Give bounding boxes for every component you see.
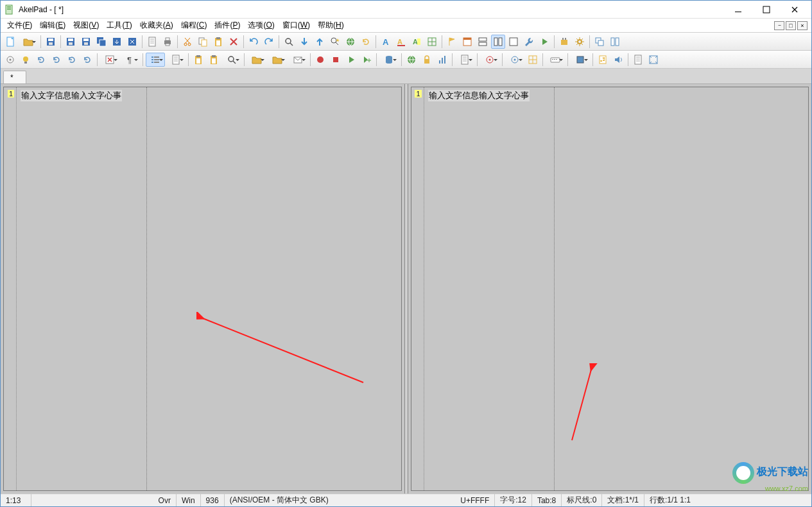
chart-icon[interactable] — [435, 53, 449, 67]
mdi-minimize-button[interactable]: － — [774, 21, 784, 30]
mdi-close-button[interactable]: × — [797, 21, 808, 30]
text-area-right[interactable]: 输入文字信息输入文字心事 — [424, 87, 809, 490]
font-icon[interactable]: A — [379, 35, 393, 49]
find-up-icon[interactable] — [313, 35, 327, 49]
close-button[interactable] — [781, 3, 809, 17]
status-eol[interactable]: Win — [177, 494, 201, 506]
status-codepage[interactable]: 936 — [201, 494, 225, 506]
play-plus-icon[interactable] — [359, 53, 374, 67]
text-area-left[interactable]: 输入文字信息输入文字心事 — [17, 87, 401, 490]
doc-icon[interactable] — [166, 53, 186, 67]
menu-item[interactable]: 窗口(W) — [279, 19, 314, 32]
folder2-icon[interactable] — [247, 53, 266, 67]
find-replace-icon[interactable] — [328, 35, 342, 49]
save-icon[interactable] — [44, 35, 58, 49]
status-tab[interactable]: Tab:8 — [532, 494, 562, 506]
document-tab[interactable]: * — [3, 71, 26, 83]
menu-item[interactable]: 文件(F) — [3, 19, 36, 32]
expand-icon[interactable] — [646, 53, 661, 67]
page2-icon[interactable] — [455, 53, 474, 67]
lock-icon[interactable] — [420, 53, 434, 67]
status-font[interactable]: 字号:12 — [495, 494, 532, 506]
refresh-icon[interactable] — [359, 35, 373, 49]
menu-item[interactable]: 插件(P) — [211, 19, 244, 32]
minimize-button[interactable] — [724, 3, 752, 17]
tile-icon[interactable] — [608, 35, 622, 49]
split-v-icon[interactable] — [491, 35, 505, 49]
close-x-icon[interactable] — [100, 53, 119, 67]
new-file-icon[interactable] — [3, 35, 17, 49]
wrench-icon[interactable] — [522, 35, 536, 49]
record-icon[interactable] — [313, 53, 327, 67]
print-preview-icon[interactable] — [145, 35, 159, 49]
menu-item[interactable]: 编程(C) — [177, 19, 211, 32]
editor-pane-right[interactable]: 1 输入文字信息输入文字心事 — [411, 87, 809, 491]
bookmark-icon[interactable] — [445, 35, 459, 49]
paste-icon[interactable] — [211, 35, 225, 49]
mdi-restore-button[interactable]: □ — [786, 21, 796, 30]
svg-rect-68 — [151, 56, 153, 58]
find-down-icon[interactable] — [297, 35, 311, 49]
maximize-button[interactable] — [752, 3, 781, 17]
highlight-icon[interactable]: A — [410, 35, 424, 49]
menu-item[interactable]: 视图(V) — [69, 19, 103, 32]
clipboard-icon[interactable] — [191, 53, 205, 67]
find-icon[interactable] — [282, 35, 296, 49]
status-ruler[interactable]: 标尺线:0 — [562, 494, 602, 506]
redo-icon[interactable] — [262, 35, 276, 49]
settings-icon[interactable] — [573, 35, 587, 49]
sound-icon[interactable] — [611, 53, 625, 67]
cascade-icon[interactable] — [592, 35, 607, 49]
menu-item[interactable]: 编辑(E) — [36, 19, 69, 32]
copy-icon[interactable] — [196, 35, 210, 49]
tool-bulb-icon[interactable] — [19, 53, 33, 67]
save-copy-icon[interactable] — [64, 35, 78, 49]
tool-ref1-icon[interactable] — [34, 53, 48, 67]
single-icon[interactable] — [506, 35, 521, 49]
pilcrow-icon[interactable]: ¶ — [121, 53, 140, 67]
menu-item[interactable]: 帮助(H) — [314, 19, 348, 32]
tool-m1-icon[interactable] — [480, 53, 499, 67]
tool-ref4-icon[interactable] — [80, 53, 94, 67]
editor-pane-left[interactable]: 1 输入文字信息输入文字心事 — [3, 87, 402, 491]
cut-icon[interactable] — [180, 35, 194, 49]
box-icon[interactable] — [571, 53, 590, 67]
tool-m3-icon[interactable] — [526, 53, 540, 67]
status-encoding[interactable]: (ANSI/OEM - 简体中文 GBK) — [225, 494, 334, 506]
tool-m2-icon[interactable] — [505, 53, 524, 67]
find-files-icon[interactable] — [343, 35, 358, 49]
page3-icon[interactable] — [631, 53, 645, 67]
list-icon[interactable] — [146, 53, 165, 67]
folder3-icon[interactable] — [268, 53, 287, 67]
save-times-icon[interactable] — [125, 35, 139, 49]
grid-icon[interactable] — [425, 35, 439, 49]
tool-ref3-icon[interactable] — [65, 53, 79, 67]
save-all-icon[interactable] — [94, 35, 108, 49]
world-icon[interactable] — [404, 53, 419, 67]
zoom-icon[interactable] — [222, 53, 241, 67]
play2-icon[interactable] — [344, 53, 358, 67]
status-ovr[interactable]: Ovr — [153, 494, 177, 506]
db-icon[interactable] — [379, 53, 399, 67]
open-file-icon[interactable] — [19, 35, 38, 49]
print-icon[interactable] — [160, 35, 175, 49]
tool-ref2-icon[interactable] — [49, 53, 64, 67]
stop-icon[interactable] — [329, 53, 343, 67]
window-icon[interactable] — [460, 35, 474, 49]
delete-icon[interactable] — [227, 35, 241, 49]
save-as-icon[interactable] — [79, 35, 93, 49]
note-icon[interactable] — [596, 53, 610, 67]
font-color-icon[interactable]: A — [394, 35, 408, 49]
menu-item[interactable]: 选项(O) — [244, 19, 278, 32]
save-arrow-icon[interactable] — [110, 35, 124, 49]
plugin-icon[interactable] — [557, 35, 571, 49]
mail-icon[interactable] — [288, 53, 307, 67]
split-h-icon[interactable] — [476, 35, 490, 49]
kbd-icon[interactable] — [546, 53, 565, 67]
undo-icon[interactable] — [246, 35, 261, 49]
play-icon[interactable] — [537, 35, 551, 49]
tool-a-icon[interactable] — [3, 53, 17, 67]
clipboard2-icon[interactable] — [207, 53, 221, 67]
menu-item[interactable]: 工具(T) — [103, 19, 135, 32]
menu-item[interactable]: 收藏夹(A) — [136, 19, 177, 32]
